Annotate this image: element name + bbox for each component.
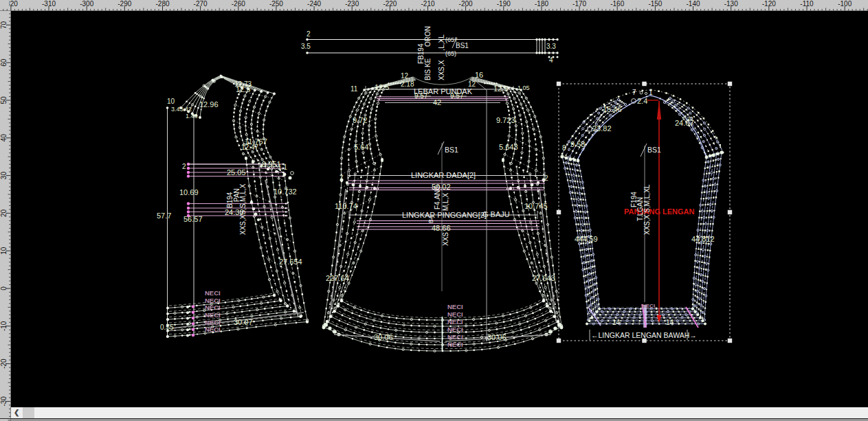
svg-text:1.05: 1.05 <box>518 84 530 91</box>
svg-text:60: 60 <box>0 58 8 67</box>
svg-text:2: 2 <box>544 174 548 182</box>
svg-text:-130: -130 <box>724 0 738 8</box>
svg-text:-220: -220 <box>383 0 397 8</box>
svg-text:NECI: NECI <box>205 297 221 304</box>
svg-text:3.3: 3.3 <box>546 43 556 50</box>
svg-text:-140: -140 <box>686 0 700 8</box>
svg-text:0: 0 <box>0 286 8 291</box>
svg-text:2: 2 <box>182 163 186 170</box>
svg-text:←LINGKAR LENGAN BAWAH→: ←LINGKAR LENGAN BAWAH→ <box>591 331 697 339</box>
svg-text:9.58: 9.58 <box>570 140 585 148</box>
svg-text:20: 20 <box>0 209 8 217</box>
svg-text:56.57: 56.57 <box>183 215 203 223</box>
svg-text:-20: -20 <box>0 359 8 369</box>
svg-text:30.07: 30.07 <box>234 318 253 326</box>
svg-text:30.06: 30.06 <box>487 333 507 341</box>
svg-text:12.5: 12.5 <box>493 84 508 93</box>
svg-text:5.643: 5.643 <box>499 143 518 151</box>
svg-text:42: 42 <box>433 98 441 106</box>
svg-text:12.5: 12.5 <box>375 83 389 91</box>
svg-text:7: 7 <box>632 89 636 96</box>
svg-text:12: 12 <box>468 80 476 88</box>
svg-text:NECI: NECI <box>642 303 655 309</box>
svg-text:10: 10 <box>167 98 175 105</box>
svg-text:M,L,X: M,L,X <box>442 193 449 211</box>
svg-text:LINGKAR PINGGANG[2]: LINGKAR PINGGANG[2] <box>402 211 487 219</box>
svg-text:BS1: BS1 <box>456 42 469 49</box>
svg-text:9.723: 9.723 <box>496 116 515 124</box>
svg-text:NECI: NECI <box>447 326 463 333</box>
svg-text:57.7: 57.7 <box>157 212 171 220</box>
svg-text:12.47: 12.47 <box>241 144 258 151</box>
svg-text:-150: -150 <box>648 0 662 8</box>
svg-text:-10: -10 <box>0 321 8 331</box>
svg-text:-180: -180 <box>535 0 548 8</box>
svg-text:2.18: 2.18 <box>401 80 414 88</box>
svg-text:14: 14 <box>666 319 674 326</box>
svg-text:-270: -270 <box>194 0 208 8</box>
svg-text:-30: -30 <box>0 396 8 407</box>
svg-text:BS1: BS1 <box>647 146 661 154</box>
svg-text:1.46: 1.46 <box>186 113 198 120</box>
svg-text:XXS,X S,M,L,XL: XXS,X S,M,L,XL <box>643 184 651 235</box>
svg-text:27.643: 27.643 <box>532 274 555 282</box>
svg-text:-170: -170 <box>572 0 586 8</box>
svg-text:NECI: NECI <box>205 304 221 311</box>
svg-text:9.72: 9.72 <box>353 116 367 124</box>
svg-text:BS1: BS1 <box>445 146 458 154</box>
svg-text:-300: -300 <box>80 0 93 8</box>
svg-text:1: 1 <box>649 89 653 96</box>
svg-text:-230: -230 <box>345 0 359 8</box>
svg-text:44.812: 44.812 <box>691 235 715 243</box>
svg-text:0.55: 0.55 <box>160 323 174 331</box>
svg-text:30.06: 30.06 <box>374 333 393 341</box>
svg-text:12: 12 <box>401 72 409 80</box>
svg-text:9.57: 9.57 <box>414 92 428 100</box>
svg-text:-210: -210 <box>421 0 434 8</box>
svg-text:-240: -240 <box>307 0 321 8</box>
svg-text:30: 30 <box>0 172 8 180</box>
svg-text:15.46: 15.46 <box>603 105 622 113</box>
svg-text:-290: -290 <box>118 0 131 8</box>
svg-text:-100: -100 <box>838 0 852 8</box>
svg-text:NECI: NECI <box>205 311 221 319</box>
svg-text:25.05: 25.05 <box>227 168 246 177</box>
svg-text:-280: -280 <box>155 0 169 8</box>
svg-text:-160: -160 <box>610 0 624 8</box>
svg-text:XXS,XS,S,M,L,X: XXS,XS,S,M,L,X <box>239 183 247 235</box>
svg-text:NECI: NECI <box>447 341 463 348</box>
svg-text:2: 2 <box>307 30 311 38</box>
svg-text:110.74: 110.74 <box>335 202 357 210</box>
svg-text:1.1: 1.1 <box>278 163 287 171</box>
svg-text:-120: -120 <box>762 0 776 8</box>
svg-text:-190: -190 <box>497 0 511 8</box>
svg-text:12.96: 12.96 <box>199 100 219 109</box>
svg-text:NECI: NECI <box>205 319 221 326</box>
svg-text:10: 10 <box>0 247 8 255</box>
svg-text:3.43.42: 3.43.42 <box>171 106 192 113</box>
svg-text:12.5: 12.5 <box>236 85 250 93</box>
svg-text:-110: -110 <box>800 0 814 8</box>
svg-text:PANJANG LENGAN: PANJANG LENGAN <box>624 207 695 216</box>
svg-text:11: 11 <box>350 85 358 93</box>
svg-text:-260: -260 <box>232 0 245 8</box>
svg-text:NECI: NECI <box>205 289 221 297</box>
svg-text:27.654: 27.654 <box>279 258 302 266</box>
svg-text:-250: -250 <box>269 0 283 8</box>
svg-text:50: 50 <box>0 96 8 104</box>
svg-text:7: 7 <box>340 174 344 182</box>
svg-text:NECI: NECI <box>447 310 463 318</box>
svg-text:24.67: 24.67 <box>675 119 694 127</box>
svg-text:NECI: NECI <box>447 333 463 341</box>
svg-text:10.69: 10.69 <box>179 188 199 196</box>
svg-text:NECI: NECI <box>205 326 221 333</box>
svg-text:444.59: 444.59 <box>575 235 598 243</box>
svg-text:4: 4 <box>549 56 553 64</box>
svg-text:10.745: 10.745 <box>524 202 548 210</box>
svg-text:XXS,X ,L,XL: XXS,X ,L,XL <box>438 34 445 80</box>
svg-text:NECI: NECI <box>447 303 463 310</box>
svg-text:BIS KE ORON: BIS KE ORON <box>424 26 432 80</box>
svg-text:48.66: 48.66 <box>432 224 451 232</box>
svg-text:XXS: XXS <box>442 232 449 246</box>
svg-text:B4: B4 <box>427 216 434 223</box>
